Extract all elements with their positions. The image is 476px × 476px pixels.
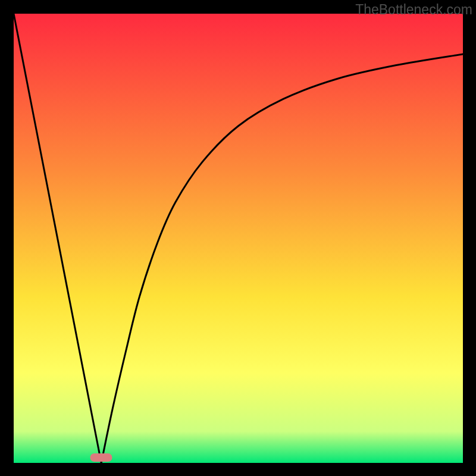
plot-svg (14, 14, 463, 463)
chart-frame: TheBottleneck.com (0, 0, 476, 476)
plot-area (14, 14, 463, 463)
watermark-text: TheBottleneck.com (355, 2, 472, 18)
min-marker (90, 453, 112, 462)
gradient-background (14, 14, 463, 463)
